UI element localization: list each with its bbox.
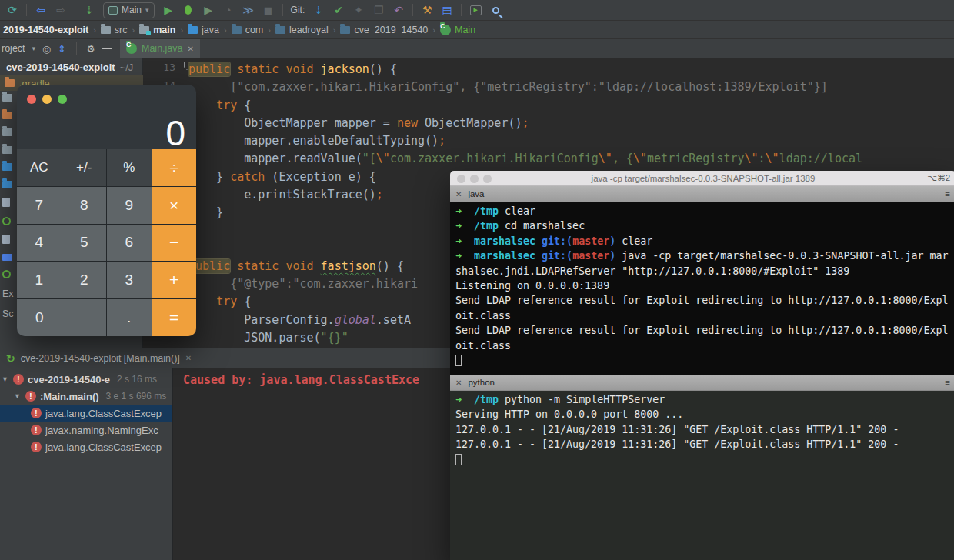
breadcrumb-item-Main[interactable]: Main (439, 25, 477, 35)
project-root-item[interactable]: cve-2019-14540-exploit~/J (6, 62, 133, 73)
calc-button-9[interactable]: 9 (107, 187, 152, 224)
tree-item[interactable]: !java.lang.ClassCastExcep (0, 438, 172, 455)
calc-button-+/-[interactable]: +/- (62, 149, 107, 186)
terminal-pane-python[interactable]: ➜ /tmp python -m SimpleHTTPServerServing… (450, 391, 954, 560)
breadcrumb-item-leadroyal[interactable]: leadroyal (274, 25, 330, 35)
git-commit-icon[interactable]: ✔ (329, 2, 348, 18)
folder-orange-icon[interactable] (2, 112, 12, 119)
close-icon[interactable]: ✕ (455, 190, 462, 198)
tab-main-java[interactable]: Main.java ✕ (120, 39, 200, 58)
git-update-icon[interactable]: ⇣ (309, 2, 328, 18)
breadcrumb: 2019-14540-exploit›src›main›java›com›lea… (0, 21, 954, 39)
zoom-traffic-light[interactable] (58, 95, 67, 104)
run-button[interactable]: ▶ (159, 2, 178, 18)
file-icon[interactable] (2, 235, 10, 244)
menu-icon[interactable]: ≡ (945, 378, 950, 387)
minimize-traffic-light[interactable] (42, 95, 52, 104)
git-magic-icon[interactable]: ✦ (349, 2, 368, 18)
calc-button-=[interactable]: = (152, 299, 197, 336)
project-structure-icon[interactable]: ⚒ (418, 2, 436, 18)
tree-item[interactable]: ▼!:Main.main()3 e 1 s 696 ms (0, 388, 172, 405)
debug-button[interactable] (179, 2, 198, 18)
divider (412, 4, 413, 16)
calc-button-1[interactable]: 1 (17, 262, 62, 298)
project-item-Ex[interactable]: Ex (2, 288, 14, 299)
folder-gray-icon[interactable] (2, 94, 12, 102)
calc-button-AC[interactable]: AC (17, 149, 62, 186)
forward-icon[interactable]: ⇨ (52, 2, 70, 18)
calc-button-+[interactable]: + (152, 262, 197, 298)
calc-button-%[interactable]: % (107, 149, 152, 186)
hide-panel-icon[interactable]: — (102, 43, 112, 54)
calc-button-6[interactable]: 6 (107, 225, 152, 262)
folder-blue-icon[interactable] (2, 163, 12, 171)
calc-button-2[interactable]: 2 (62, 262, 107, 298)
project-item-Sc[interactable]: Sc (2, 308, 14, 319)
update-project-icon[interactable]: ⇣ (80, 2, 98, 18)
git-diff-icon[interactable]: ❐ (369, 2, 388, 18)
close-traffic-light[interactable] (457, 175, 465, 183)
calc-button-4[interactable]: 4 (17, 225, 62, 262)
calculator-window[interactable]: 0 AC+/-%÷789×456−123+0.= (17, 85, 196, 336)
calc-button-5[interactable]: 5 (62, 225, 107, 262)
tree-item[interactable]: !javax.naming.NamingExc (0, 422, 172, 438)
minimize-traffic-light[interactable] (470, 175, 479, 183)
calc-button-÷[interactable]: ÷ (152, 149, 197, 186)
folder-gray-icon[interactable] (2, 128, 12, 136)
breadcrumb-item-main[interactable]: main (138, 25, 177, 35)
back-icon[interactable]: ⇦ (32, 2, 50, 18)
gear-icon[interactable]: ⚙ (87, 43, 95, 55)
coverage-button[interactable]: ▶ (199, 2, 218, 18)
project-panel-title[interactable]: roject (2, 43, 25, 54)
sync-icon[interactable]: ⟳ (3, 2, 22, 18)
breadcrumb-item-java[interactable]: java (186, 25, 221, 35)
calc-button-8[interactable]: 8 (62, 187, 107, 224)
hd-icon[interactable] (2, 254, 12, 261)
profiler-button[interactable]: ◔ (219, 2, 238, 18)
run-anything-button[interactable]: ▶ (466, 2, 485, 18)
terminal-titlebar[interactable]: java -cp target/marshalsec-0.0.3-SNAPSHO… (450, 171, 954, 186)
terminal-tab-java[interactable]: ✕ java ≡ (450, 186, 954, 202)
tree-item[interactable]: ▼!cve-2019-14540-e2 s 16 ms (0, 371, 172, 388)
calc-button-.[interactable]: . (107, 299, 152, 336)
calc-button-0[interactable]: 0 (17, 299, 106, 336)
breadcrumb-item-com[interactable]: com (230, 25, 265, 35)
breadcrumb-item-cve_2019_14540[interactable]: cve_2019_14540 (339, 25, 429, 35)
close-icon[interactable]: ✕ (185, 354, 192, 362)
terminal-tab-python[interactable]: ✕ python ≡ (450, 375, 954, 391)
gradle-icon[interactable] (2, 217, 11, 225)
chevron-down-icon: ▾ (32, 45, 36, 52)
breadcrumb-item-2019-14540-exploit[interactable]: 2019-14540-exploit (2, 25, 90, 35)
test-results-tree[interactable]: ▼!cve-2019-14540-e2 s 16 ms▼!:Main.main(… (0, 368, 173, 560)
calc-button-7[interactable]: 7 (17, 187, 62, 224)
terminal-window[interactable]: java -cp target/marshalsec-0.0.3-SNAPSHO… (450, 171, 954, 560)
menu-icon[interactable]: ≡ (945, 189, 950, 198)
close-icon[interactable]: ✕ (188, 45, 194, 53)
stop-button[interactable]: ◼ (259, 2, 278, 18)
close-icon[interactable]: ✕ (455, 378, 462, 387)
text-line: shalsec.jndi.LDAPRefServer "http://127.0… (455, 265, 954, 280)
calc-button-×[interactable]: × (152, 187, 197, 224)
folder-gray-icon[interactable] (2, 146, 12, 154)
calc-button-3[interactable]: 3 (107, 262, 152, 298)
terminal-pane-java[interactable]: ➜ /tmp clear➜ /tmp cd marshalsec➜ marsha… (450, 202, 954, 375)
search-everywhere-button[interactable] (486, 2, 505, 18)
run-configuration-select[interactable]: Main ▾ (103, 2, 155, 18)
folder-blue-icon[interactable] (2, 181, 12, 188)
file-icon[interactable] (2, 198, 10, 207)
expand-arrow-icon[interactable]: ▼ (2, 375, 9, 383)
project-root-label: cve-2019-14540-exploit (6, 62, 115, 73)
locate-target-icon[interactable]: ◎ (42, 43, 51, 55)
gradle-icon[interactable] (2, 270, 11, 278)
expand-arrow-icon[interactable]: ▼ (14, 392, 22, 400)
rerun-icon[interactable]: ↻ (6, 352, 15, 365)
device-manager-icon[interactable]: ▤ (438, 2, 456, 18)
undo-icon[interactable]: ↶ (389, 2, 408, 18)
collapse-all-icon[interactable]: ⇕ (58, 43, 65, 55)
close-traffic-light[interactable] (27, 95, 36, 104)
run-to-cursor-icon[interactable]: ≫ (239, 2, 258, 18)
breadcrumb-item-src[interactable]: src (99, 25, 129, 35)
tree-item[interactable]: !java.lang.ClassCastExcep (0, 405, 172, 422)
zoom-traffic-light[interactable] (483, 175, 492, 183)
calc-button-−[interactable]: − (152, 225, 197, 262)
